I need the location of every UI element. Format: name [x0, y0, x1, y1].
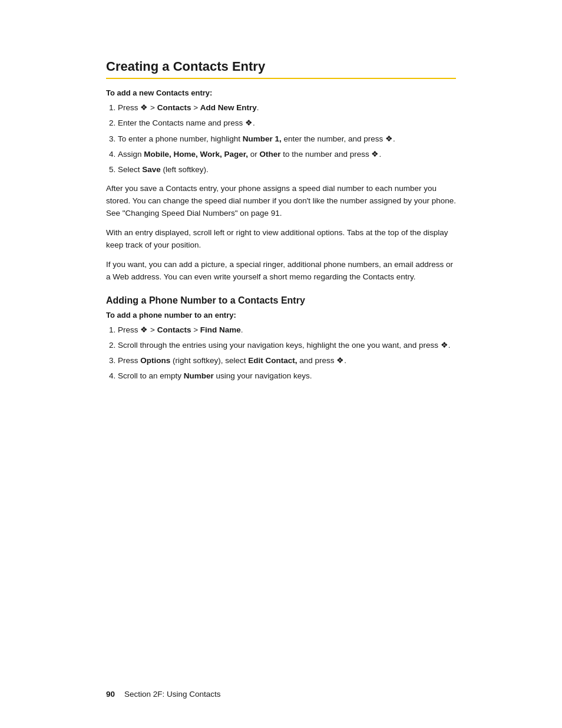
section1-title: Creating a Contacts Entry: [106, 59, 456, 74]
section2-step-1: Press ❖ > Contacts > Find Name.: [118, 324, 456, 336]
section2-step-2: Scroll through the entries using your na…: [118, 340, 456, 351]
footer: 90 Section 2F: Using Contacts: [106, 690, 456, 699]
step-2: Enter the Contacts name and press ❖.: [118, 117, 456, 129]
page: Creating a Contacts Entry To add a new C…: [0, 0, 562, 728]
section2-step-4: Scroll to an empty Number using your nav…: [118, 370, 456, 382]
step-5: Select Save (left softkey).: [118, 164, 456, 176]
body-paragraph-3: If you want, you can add a picture, a sp…: [106, 259, 456, 284]
body-paragraph-2: With an entry displayed, scroll left or …: [106, 227, 456, 252]
footer-page-number: 90: [106, 690, 115, 699]
title-divider: [106, 78, 456, 79]
step-3: To enter a phone number, highlight Numbe…: [118, 133, 456, 145]
section2-instruction-label: To add a phone number to an entry:: [106, 311, 456, 319]
body-paragraph-1: After you save a Contacts entry, your ph…: [106, 183, 456, 220]
section2-step-3: Press Options (right softkey), select Ed…: [118, 355, 456, 367]
step-1: Press ❖ > Contacts > Add New Entry.: [118, 102, 456, 114]
step-4: Assign Mobile, Home, Work, Pager, or Oth…: [118, 149, 456, 160]
section2-steps-list: Press ❖ > Contacts > Find Name. Scroll t…: [118, 324, 456, 383]
section1-steps-list: Press ❖ > Contacts > Add New Entry. Ente…: [118, 102, 456, 176]
section1-instruction-label: To add a new Contacts entry:: [106, 88, 456, 97]
footer-section-label: Section 2F: Using Contacts: [124, 690, 221, 699]
section2-title: Adding a Phone Number to a Contacts Entr…: [106, 295, 456, 306]
